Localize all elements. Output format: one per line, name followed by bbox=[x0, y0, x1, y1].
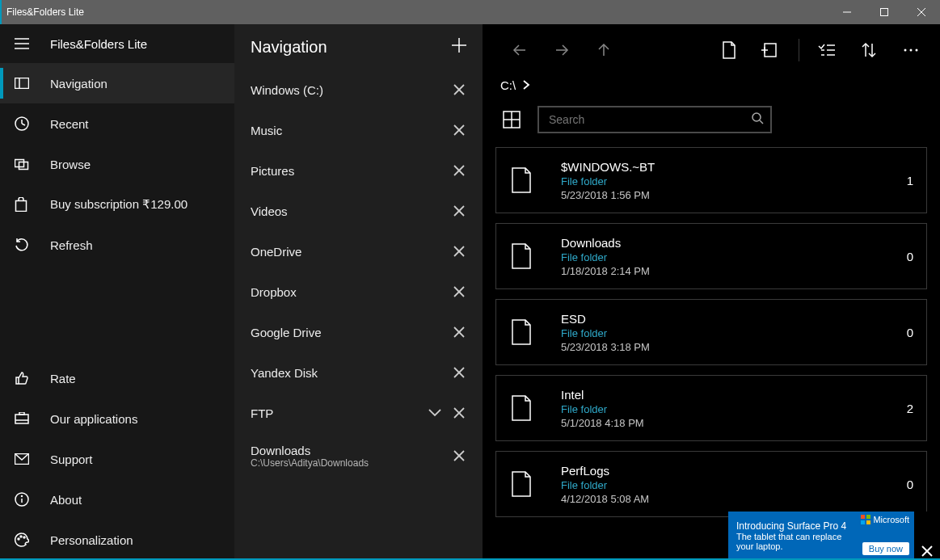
sidebar-item-browse[interactable]: Browse bbox=[0, 144, 234, 184]
more-button[interactable] bbox=[890, 48, 932, 53]
search-icon[interactable] bbox=[751, 112, 764, 128]
file-count: 1 bbox=[907, 174, 913, 187]
navigation-panel: Navigation Windows (C:) Music Pictures V… bbox=[234, 24, 483, 560]
notification-text: The tablet that can replace your laptop. bbox=[736, 532, 849, 551]
titlebar: Files&Folders Lite bbox=[0, 0, 940, 24]
maximize-button[interactable] bbox=[866, 0, 903, 24]
file-type: File folder bbox=[561, 403, 907, 415]
svg-point-60 bbox=[904, 49, 907, 52]
sidebar-item-refresh[interactable]: Refresh bbox=[0, 225, 234, 265]
sidebar-item-rate[interactable]: Rate bbox=[0, 358, 234, 398]
remove-icon[interactable] bbox=[447, 205, 471, 217]
file-icon bbox=[511, 166, 546, 194]
notification-close-button[interactable] bbox=[914, 512, 940, 560]
remove-icon[interactable] bbox=[447, 124, 471, 136]
refresh-icon bbox=[15, 238, 37, 252]
breadcrumb[interactable]: C:\ bbox=[483, 73, 940, 97]
svg-point-61 bbox=[910, 49, 913, 52]
sidebar-item-label: Navigation bbox=[50, 77, 107, 91]
file-row[interactable]: ESD File folder 5/23/2018 3:18 PM 0 bbox=[495, 299, 927, 365]
app-title: Files&Folders Lite bbox=[50, 37, 147, 51]
nav-item-ftp[interactable]: FTP bbox=[234, 393, 483, 433]
sidebar-item-buy[interactable]: Buy subscription ₹129.00 bbox=[0, 184, 234, 225]
close-window-button[interactable] bbox=[903, 0, 940, 24]
remove-icon[interactable] bbox=[447, 84, 471, 95]
nav-item-yandex-disk[interactable]: Yandex Disk bbox=[234, 352, 483, 393]
thumbs-up-icon bbox=[15, 371, 37, 385]
nav-item-label: Music bbox=[251, 124, 447, 137]
back-button[interactable] bbox=[499, 41, 541, 59]
forward-button[interactable] bbox=[541, 41, 583, 59]
nav-item-onedrive[interactable]: OneDrive bbox=[234, 231, 483, 272]
remove-icon[interactable] bbox=[447, 165, 471, 176]
svg-rect-70 bbox=[861, 520, 865, 524]
svg-rect-69 bbox=[866, 515, 870, 519]
sidebar-item-personalization[interactable]: Personalization bbox=[0, 520, 234, 560]
sidebar-item-recent[interactable]: Recent bbox=[0, 103, 234, 144]
file-count: 0 bbox=[907, 478, 913, 491]
remove-icon[interactable] bbox=[447, 367, 471, 378]
search-box[interactable] bbox=[537, 106, 772, 133]
nav-item-dropbox[interactable]: Dropbox bbox=[234, 272, 483, 312]
nav-item-label: Windows (C:) bbox=[251, 83, 447, 97]
svg-line-67 bbox=[760, 120, 763, 124]
nav-item-label: Google Drive bbox=[251, 326, 447, 339]
nav-item-downloads[interactable]: Downloads C:\Users\Aditya\Downloads bbox=[234, 433, 483, 478]
file-date: 1/18/2018 2:14 PM bbox=[561, 265, 907, 277]
file-icon bbox=[511, 242, 546, 270]
nav-item-videos[interactable]: Videos bbox=[234, 191, 483, 231]
sidebar-item-about[interactable]: About bbox=[0, 479, 234, 520]
sidebar-item-our-apps[interactable]: Our applications bbox=[0, 398, 234, 439]
sidebar-item-label: About bbox=[50, 493, 82, 507]
nav-item-google-drive[interactable]: Google Drive bbox=[234, 312, 483, 352]
file-icon bbox=[511, 318, 546, 346]
select-button[interactable] bbox=[806, 43, 848, 57]
new-folder-button[interactable] bbox=[750, 42, 792, 58]
svg-point-24 bbox=[23, 537, 25, 538]
svg-point-21 bbox=[22, 496, 23, 497]
file-row[interactable]: PerfLogs File folder 4/12/2018 5:08 AM 0 bbox=[495, 451, 927, 517]
file-name: Intel bbox=[561, 388, 907, 402]
nav-item-pictures[interactable]: Pictures bbox=[234, 150, 483, 191]
up-button[interactable] bbox=[583, 41, 625, 59]
file-type: File folder bbox=[561, 479, 907, 491]
svg-point-62 bbox=[916, 49, 918, 52]
remove-icon[interactable] bbox=[447, 326, 471, 338]
view-mode-button[interactable] bbox=[495, 103, 528, 136]
search-input[interactable] bbox=[549, 113, 751, 126]
new-file-button[interactable] bbox=[708, 40, 750, 60]
add-location-button[interactable] bbox=[450, 36, 468, 58]
mail-icon bbox=[15, 453, 37, 465]
sidebar-item-label: Recent bbox=[50, 117, 89, 131]
nav-item-music[interactable]: Music bbox=[234, 110, 483, 150]
remove-icon[interactable] bbox=[447, 286, 471, 297]
notification-card[interactable]: Microsoft Introducing Surface Pro 4 The … bbox=[728, 512, 914, 560]
hamburger-icon[interactable] bbox=[15, 38, 37, 49]
file-list: $WINDOWS.~BT File folder 5/23/2018 1:56 … bbox=[483, 147, 940, 527]
sort-button[interactable] bbox=[848, 41, 890, 59]
file-count: 0 bbox=[907, 326, 913, 339]
sidebar: Files&Folders Lite Navigation Recent Bro… bbox=[0, 24, 234, 560]
minimize-button[interactable] bbox=[828, 0, 866, 24]
file-row[interactable]: Intel File folder 5/1/2018 4:18 PM 2 bbox=[495, 375, 927, 441]
remove-icon[interactable] bbox=[447, 450, 471, 461]
notification: Microsoft Introducing Surface Pro 4 The … bbox=[728, 512, 940, 560]
buy-now-button[interactable]: Buy now bbox=[862, 542, 909, 555]
nav-item-label: Videos bbox=[251, 204, 447, 218]
apps-icon bbox=[15, 412, 37, 425]
file-name: Downloads bbox=[561, 236, 907, 250]
svg-point-66 bbox=[752, 113, 761, 121]
sidebar-item-support[interactable]: Support bbox=[0, 439, 234, 479]
chevron-down-icon[interactable] bbox=[423, 408, 447, 418]
file-row[interactable]: Downloads File folder 1/18/2018 2:14 PM … bbox=[495, 223, 927, 289]
file-icon bbox=[511, 470, 546, 498]
sidebar-item-navigation[interactable]: Navigation bbox=[0, 63, 234, 103]
file-date: 4/12/2018 5:08 AM bbox=[561, 493, 907, 505]
remove-icon[interactable] bbox=[447, 246, 471, 257]
svg-rect-7 bbox=[15, 78, 29, 89]
nav-item-windows-c[interactable]: Windows (C:) bbox=[234, 69, 483, 110]
window-title: Files&Folders Lite bbox=[6, 6, 84, 18]
file-row[interactable]: $WINDOWS.~BT File folder 5/23/2018 1:56 … bbox=[495, 147, 927, 213]
remove-icon[interactable] bbox=[447, 407, 471, 419]
nav-item-label: OneDrive bbox=[251, 245, 447, 259]
